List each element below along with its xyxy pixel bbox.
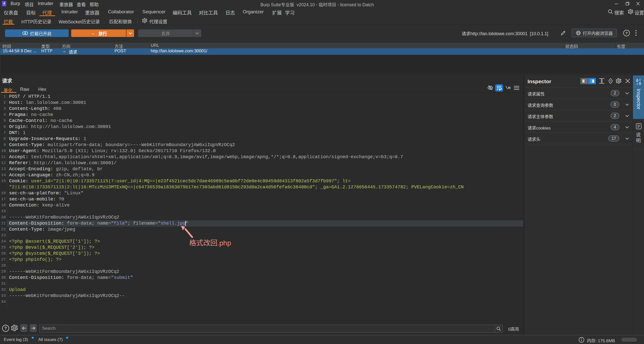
svg-text:?: ?	[5, 326, 7, 330]
svg-text:?: ?	[625, 31, 628, 35]
